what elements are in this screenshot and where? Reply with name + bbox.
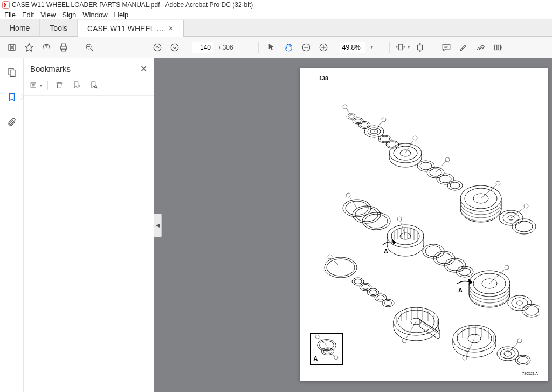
sign-button[interactable] (473, 40, 488, 55)
svg-point-146 (382, 118, 386, 122)
tab-home-label: Home (10, 24, 30, 32)
svg-point-152 (496, 181, 500, 185)
svg-marker-81 (392, 239, 396, 244)
scroll-mode-button[interactable] (412, 40, 427, 55)
svg-point-84 (433, 251, 455, 265)
main-area: Bookmarks ✕ ▾ ◀ 138 (0, 58, 552, 392)
menu-file[interactable]: File (4, 11, 16, 19)
attachments-button[interactable] (4, 114, 19, 129)
bookmarks-button[interactable] (4, 90, 19, 105)
menu-window[interactable]: Window (82, 11, 107, 19)
page-up-button[interactable] (150, 40, 165, 55)
bookmarks-title: Bookmarks (30, 64, 71, 73)
svg-rect-1 (9, 44, 15, 51)
svg-point-52 (439, 175, 451, 183)
tab-bar: Home Tools CASE W11 WHEEL … ✕ (0, 19, 552, 37)
page-total-label: / 306 (219, 44, 233, 51)
svg-point-174 (315, 335, 319, 339)
page-number-label: 138 (319, 75, 328, 81)
diagram-ref-label: 780521 A (522, 372, 538, 375)
svg-point-144 (343, 105, 347, 109)
svg-point-41 (380, 136, 390, 142)
tab-close-icon[interactable]: ✕ (168, 25, 174, 32)
find-bookmark-button[interactable] (88, 79, 100, 91)
more-tools-button[interactable] (491, 40, 506, 55)
svg-line-145 (374, 121, 383, 132)
svg-point-104 (362, 285, 369, 290)
parts-diagram: A A (319, 100, 540, 365)
svg-point-83 (425, 246, 441, 257)
save-button[interactable] (4, 40, 19, 55)
page-number-input[interactable] (192, 42, 213, 53)
svg-point-142 (518, 357, 528, 364)
svg-point-176 (334, 356, 338, 360)
print-button[interactable] (56, 40, 71, 55)
tab-document[interactable]: CASE W11 WHEEL … ✕ (78, 20, 184, 37)
title-bar: CASE W11 WHEEL LOADER PARTS MANUAL.pdf -… (0, 0, 552, 10)
menu-edit[interactable]: Edit (22, 11, 34, 19)
pdf-app-icon (2, 1, 10, 9)
svg-line-163 (405, 321, 416, 340)
menu-view[interactable]: View (40, 11, 56, 19)
detail-letter: A (313, 355, 318, 363)
svg-point-164 (402, 339, 406, 343)
zoom-dropdown-icon[interactable]: ▼ (370, 45, 374, 50)
svg-point-166 (463, 356, 467, 360)
svg-line-30 (96, 87, 98, 88)
svg-point-54 (450, 182, 460, 189)
svg-point-34 (355, 119, 361, 123)
svg-point-48 (420, 162, 432, 170)
svg-point-11 (171, 44, 178, 51)
delete-bookmark-button[interactable] (53, 79, 65, 91)
svg-point-106 (369, 290, 377, 295)
tab-document-label: CASE W11 WHEEL … (87, 24, 164, 33)
svg-rect-22 (498, 45, 501, 50)
svg-point-89 (459, 268, 471, 276)
svg-point-95 (512, 298, 528, 308)
tab-tools-label: Tools (50, 24, 67, 32)
bookmark-options-button[interactable]: ▾ (30, 79, 42, 91)
panel-close-icon[interactable]: ✕ (140, 64, 147, 74)
nav-rail (0, 58, 24, 392)
svg-point-148 (413, 136, 417, 140)
svg-line-167 (508, 342, 519, 354)
svg-marker-3 (25, 43, 33, 51)
fit-width-button[interactable]: ▾ (395, 40, 410, 55)
find-button[interactable] (82, 40, 97, 55)
menu-sign[interactable]: Sign (62, 11, 76, 19)
svg-point-43 (388, 142, 397, 147)
svg-rect-18 (417, 45, 422, 50)
svg-point-102 (354, 279, 362, 284)
menu-help[interactable]: Help (114, 11, 129, 19)
svg-point-158 (397, 217, 402, 221)
zoom-input[interactable] (340, 42, 365, 53)
svg-line-8 (91, 49, 93, 51)
thumbnails-button[interactable] (4, 65, 19, 80)
document-area[interactable]: ◀ 138 (154, 58, 552, 392)
svg-rect-21 (494, 45, 497, 50)
toolbar-separator (389, 42, 390, 53)
tab-home[interactable]: Home (0, 19, 40, 36)
svg-point-33 (353, 118, 363, 124)
star-button[interactable] (22, 40, 37, 55)
svg-point-156 (346, 193, 350, 197)
zoom-out-button[interactable] (299, 40, 314, 55)
tab-tools[interactable]: Tools (40, 19, 78, 36)
page-down-button[interactable] (167, 40, 182, 55)
add-bookmark-button[interactable] (71, 79, 82, 91)
comment-button[interactable] (439, 40, 454, 55)
hand-tool-button[interactable] (281, 40, 296, 55)
svg-rect-17 (398, 44, 403, 50)
toolbar-separator (258, 42, 259, 53)
svg-line-124 (422, 321, 439, 332)
svg-point-85 (436, 253, 452, 264)
main-toolbar: / 306 ▼ ▾ (0, 37, 552, 58)
zoom-in-button[interactable] (316, 40, 331, 55)
selection-tool-button[interactable] (264, 40, 279, 55)
highlight-button[interactable] (456, 40, 471, 55)
svg-rect-6 (61, 49, 66, 51)
svg-point-150 (445, 157, 450, 162)
panel-collapse-handle[interactable]: ◀ (154, 214, 162, 237)
svg-point-110 (384, 301, 392, 306)
share-button[interactable] (39, 40, 54, 55)
